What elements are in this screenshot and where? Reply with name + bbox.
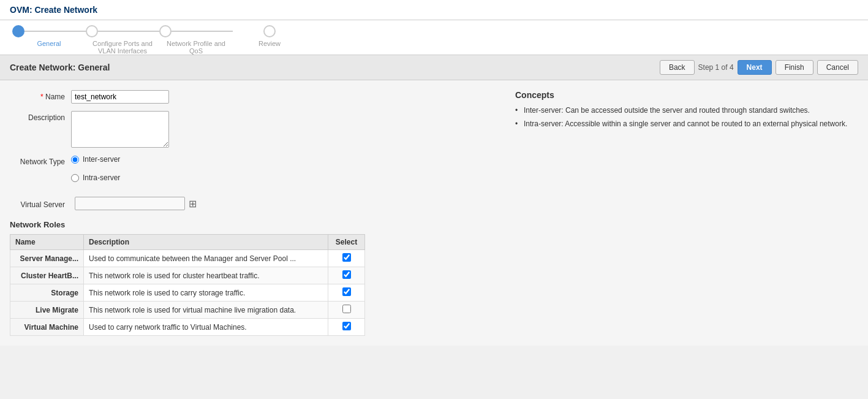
- inter-server-label: Inter-server: [83, 155, 120, 164]
- cancel-button[interactable]: Cancel: [817, 60, 858, 75]
- step-configure-ports: Configure Ports and VLAN Interfaces: [86, 25, 159, 55]
- intra-server-label: Intra-server: [83, 173, 120, 182]
- table-row: Live Migrate This network role is used f…: [10, 302, 365, 319]
- network-type-radio-group: Inter-server Intra-server: [71, 155, 120, 182]
- network-roles-title: Network Roles: [10, 220, 491, 229]
- inter-server-radio[interactable]: [71, 156, 79, 164]
- network-type-label: Network Type: [10, 155, 71, 166]
- section-title-bar: Create Network: General Back Step 1 of 4…: [0, 55, 868, 80]
- table-header-row: Name Description Select: [10, 235, 365, 250]
- table-row: Virtual Machine Used to carry network tr…: [10, 319, 365, 336]
- table-row: Server Manage... Used to communicate bet…: [10, 250, 365, 267]
- role-select-checkbox[interactable]: [342, 322, 351, 330]
- action-buttons: Back Step 1 of 4 Next Finish Cancel: [660, 60, 858, 75]
- description-label: Description: [10, 111, 71, 122]
- role-description: This network role is used to carry stora…: [84, 284, 328, 302]
- role-name: Cluster HeartB...: [10, 267, 84, 284]
- back-button[interactable]: Back: [660, 60, 695, 75]
- role-name: Server Manage...: [10, 250, 84, 267]
- virtual-server-input[interactable]: [75, 197, 185, 210]
- step-dot-general: [12, 25, 25, 37]
- col-header-select: Select: [328, 235, 365, 250]
- role-select-cell: [328, 284, 365, 302]
- role-description: This network role is used for cluster he…: [84, 267, 328, 284]
- inter-server-row: Inter-server: [71, 155, 120, 164]
- step-line-3: [172, 31, 233, 32]
- step-indicator: Step 1 of 4: [698, 63, 734, 72]
- step-network-profile: Network Profile and QoS: [159, 25, 233, 55]
- step-label-network-profile: Network Profile and QoS: [159, 40, 233, 55]
- form-area: * Name Description Network Type Inter-se…: [10, 90, 491, 336]
- step-dot-network-profile: [159, 25, 172, 37]
- step-line-1: [25, 31, 86, 32]
- name-label: * Name: [10, 90, 71, 101]
- role-description: This network role is used for virtual ma…: [84, 302, 328, 319]
- page-header: OVM: Create Network: [0, 0, 868, 20]
- name-input[interactable]: [71, 90, 169, 104]
- role-name: Live Migrate: [10, 302, 84, 319]
- virtual-server-label: Virtual Server: [10, 198, 71, 209]
- concepts-item: Intra-server: Accessible within a single…: [515, 120, 858, 128]
- wizard-steps: General Configure Ports and VLAN Interfa…: [0, 20, 868, 55]
- finish-button[interactable]: Finish: [776, 60, 813, 75]
- step-review: Review: [233, 25, 306, 47]
- step-dot-configure-ports: [86, 25, 98, 37]
- intra-server-row: Intra-server: [71, 173, 120, 182]
- network-type-row: Network Type Inter-server Intra-server: [10, 155, 491, 189]
- intra-server-radio[interactable]: [71, 174, 79, 182]
- virtual-server-row: Virtual Server ⊞: [10, 197, 491, 210]
- step-general: General: [12, 25, 86, 47]
- network-roles-section: Network Roles Name Description Select Se…: [10, 220, 491, 336]
- role-select-checkbox[interactable]: [342, 305, 351, 313]
- role-name: Virtual Machine: [10, 319, 84, 336]
- page-title: OVM: Create Network: [10, 5, 97, 15]
- role-select-cell: [328, 267, 365, 284]
- role-select-checkbox[interactable]: [342, 270, 351, 279]
- col-header-name: Name: [10, 235, 84, 250]
- role-description: Used to carry network traffic to Virtual…: [84, 319, 328, 336]
- section-title: Create Network: General: [10, 63, 110, 72]
- table-row: Cluster HeartB... This network role is u…: [10, 267, 365, 284]
- concepts-list: Inter-server: Can be accessed outside th…: [515, 106, 858, 128]
- table-row: Storage This network role is used to car…: [10, 284, 365, 302]
- role-select-checkbox[interactable]: [342, 287, 351, 296]
- role-description: Used to communicate between the Manager …: [84, 250, 328, 267]
- virtual-server-browse-icon[interactable]: ⊞: [189, 198, 197, 210]
- role-select-cell: [328, 250, 365, 267]
- role-select-checkbox[interactable]: [342, 253, 351, 262]
- role-select-cell: [328, 319, 365, 336]
- col-header-description: Description: [84, 235, 328, 250]
- concepts-title: Concepts: [515, 90, 858, 100]
- step-label-review: Review: [233, 40, 306, 47]
- concepts-item: Inter-server: Can be accessed outside th…: [515, 106, 858, 115]
- description-row: Description: [10, 111, 491, 148]
- step-line-2: [98, 31, 159, 32]
- role-select-cell: [328, 302, 365, 319]
- role-name: Storage: [10, 284, 84, 302]
- description-input[interactable]: [71, 111, 169, 148]
- main-content: * Name Description Network Type Inter-se…: [0, 80, 868, 346]
- concepts-area: Concepts Inter-server: Can be accessed o…: [515, 90, 858, 336]
- step-label-configure-ports: Configure Ports and VLAN Interfaces: [86, 40, 159, 55]
- name-row: * Name: [10, 90, 491, 104]
- network-roles-table: Name Description Select Server Manage...…: [10, 234, 365, 336]
- step-label-general: General: [12, 40, 86, 47]
- step-dot-review: [263, 25, 276, 37]
- next-button[interactable]: Next: [738, 60, 772, 75]
